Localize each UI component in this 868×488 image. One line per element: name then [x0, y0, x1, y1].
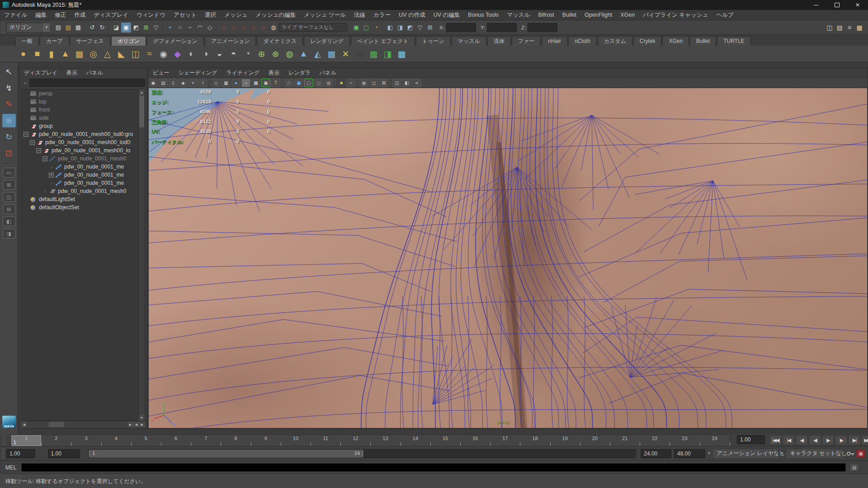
status-line-grip[interactable] — [1, 23, 5, 33]
layout-outliner-persp[interactable]: ◧ — [3, 216, 15, 226]
step-back-frame-button[interactable]: |◀ — [796, 435, 808, 445]
menu-item-19[interactable]: OpenFlight — [580, 10, 616, 20]
open-scene-icon[interactable]: ▨ — [63, 23, 73, 33]
bevel-icon[interactable]: ◭ — [311, 47, 325, 61]
outliner-row-0[interactable]: persp — [22, 89, 145, 98]
close-button[interactable]: ✕ — [847, 0, 868, 10]
outliner-menu-1[interactable]: 表示 — [62, 68, 82, 77]
outliner-vscrollbar[interactable]: ▲ ▼ — [138, 89, 145, 421]
shelf-tab-6[interactable]: ダイナミクス — [257, 36, 303, 46]
poly-torus-icon[interactable]: ◎ — [86, 47, 100, 61]
combine-icon[interactable]: ⊕ — [255, 47, 269, 61]
character-set-selector[interactable]: キャラクタ セットなし — [786, 449, 844, 459]
playback-start-field[interactable]: 1.00 — [48, 449, 80, 458]
menu-item-15[interactable]: Bonus Tools — [464, 10, 503, 20]
menu-item-5[interactable]: ウィンドウ — [132, 10, 170, 20]
shelf-tab-8[interactable]: ペイント エフェクト — [351, 36, 415, 46]
collapse-icon[interactable]: − — [24, 132, 28, 137]
range-slider-grip[interactable] — [1, 449, 5, 459]
outliner-row-9[interactable]: ○pdw_00_nude_0001_me — [22, 163, 145, 171]
go-to-next-key-button[interactable]: ▶| — [848, 435, 860, 445]
select-object-icon[interactable]: ▣ — [121, 23, 131, 33]
outliner-row-5[interactable]: −pdw_00_nude_0001_mesh00_lod0:gro — [22, 130, 145, 138]
layout-two-pane-side[interactable]: ◫ — [3, 192, 15, 202]
grid-toggle-icon[interactable]: ⊞ — [425, 23, 435, 33]
animation-layer-selector[interactable]: アニメーション レイヤなし — [712, 449, 778, 459]
tool-settings-icon[interactable]: ≡ — [844, 23, 854, 33]
quad-draw-icon[interactable]: ▩ — [367, 47, 381, 61]
chevron-down-icon[interactable]: ▼ — [780, 451, 784, 455]
shelf-tab-3[interactable]: ポリゴン — [111, 36, 146, 46]
poly-sphere-icon[interactable]: ● — [16, 47, 30, 61]
layout-single-pane[interactable]: ▭ — [3, 168, 15, 178]
outliner-row-7[interactable]: −pdw_00_nude_0001_mesh00_lo — [22, 146, 145, 155]
snap-curve-icon[interactable]: ∩ — [229, 23, 239, 33]
camera-attributes-icon[interactable]: ▤ — [159, 79, 168, 87]
channel-box-layer-editor-icon[interactable]: ▦ — [854, 23, 864, 33]
outliner-menu-0[interactable]: ディスプレイ — [19, 68, 62, 77]
playback-range[interactable]: 1 24 — [89, 450, 363, 458]
mask-joints-icon[interactable]: ○ — [175, 23, 185, 33]
clock-icon[interactable]: ◔ — [371, 23, 381, 33]
select-component-icon[interactable]: ◩ — [131, 23, 141, 33]
scroll-right-icon[interactable]: ▶ — [127, 422, 133, 427]
step-forward-frame-button[interactable]: ▶| — [835, 435, 847, 445]
filter-icon[interactable]: ▽ — [151, 23, 161, 33]
viewport-menu-3[interactable]: 表示 — [264, 68, 284, 77]
poly-soccer-ball-icon[interactable]: ◉ — [156, 47, 170, 61]
poly-prism-icon[interactable]: △ — [100, 47, 114, 61]
maximize-button[interactable] — [826, 0, 847, 10]
use-default-lighting-icon[interactable]: ● — [337, 79, 345, 87]
layout-hypergraph-persp[interactable]: ◨ — [3, 229, 15, 239]
save-scene-icon[interactable]: ▦ — [73, 23, 83, 33]
wireframe-on-shaded-icon[interactable]: ◻ — [314, 79, 323, 87]
animation-end-field[interactable]: 48.00 — [674, 449, 706, 458]
shelf-tab-9[interactable]: トゥーン — [416, 36, 451, 46]
current-time-field[interactable]: 1.00 — [737, 435, 765, 444]
outliner-row-6[interactable]: −pdw_00_nude_0001_mesh00_lod0: — [22, 138, 145, 146]
scroll-down-icon[interactable]: ▼ — [139, 415, 145, 421]
viewport-menu-0[interactable]: ビュー — [148, 68, 174, 77]
viewport-menu-5[interactable]: パネル — [315, 68, 341, 77]
outliner-search-input[interactable] — [29, 79, 145, 87]
range-start-handle[interactable] — [89, 450, 91, 457]
pin-right-icon[interactable]: ▶ — [139, 422, 145, 427]
poly-pyramid-icon[interactable]: ◣ — [114, 47, 128, 61]
menu-item-9[interactable]: メッシュの編集 — [251, 10, 300, 20]
outliner-row-2[interactable]: front — [22, 106, 145, 114]
menu-item-21[interactable]: パイプライン キャッシュ — [639, 10, 712, 20]
pin-left-icon[interactable]: ◀ — [133, 422, 139, 427]
command-line-language-label[interactable]: MEL — [5, 465, 17, 471]
viewport-menu-1[interactable]: シェーディング — [174, 68, 222, 77]
construction-history-off-icon[interactable]: ▢ — [361, 23, 371, 33]
menu-item-16[interactable]: マッスル — [503, 10, 534, 20]
sculpt-tool-icon[interactable]: ◐ — [184, 47, 198, 61]
symmetry-icon[interactable]: ▦ — [395, 47, 409, 61]
script-editor-icon[interactable]: ▤ — [849, 463, 859, 472]
snap-projected-center-icon[interactable]: ∩ — [249, 23, 259, 33]
outliner-menu-2[interactable]: パネル — [82, 68, 108, 77]
separate-icon[interactable]: ⊗ — [269, 47, 283, 61]
collapse-icon[interactable]: − — [42, 156, 47, 161]
platonic-solid-icon[interactable]: ◆ — [170, 47, 184, 61]
menu-item-17[interactable]: Bifrost — [534, 10, 558, 20]
move-tool[interactable]: ⊕ — [2, 114, 16, 127]
select-by-name-icon[interactable]: T — [271, 79, 280, 87]
field-chart-icon[interactable]: ⊞ — [379, 79, 388, 87]
shaded-mode-icon[interactable]: ▦ — [222, 79, 231, 87]
fog-icon[interactable]: ◍ — [359, 79, 368, 87]
layout-two-pane-stacked[interactable]: ⊟ — [3, 204, 15, 214]
shelf-tab-1[interactable]: カーブ — [40, 36, 69, 46]
shelf-tab-0[interactable]: 一般 — [15, 36, 39, 46]
minimize-button[interactable] — [806, 0, 826, 10]
undo-icon[interactable]: ↺ — [87, 23, 97, 33]
y-coord-input[interactable] — [487, 23, 517, 32]
menu-item-3[interactable]: 作成 — [70, 10, 90, 20]
lasso-tool[interactable]: ↯ — [2, 81, 16, 95]
viewport-3d-view[interactable]: 頂点:452800エッジ:1261900フェース:809600三角形:81220… — [149, 88, 867, 428]
share-view-icon[interactable]: ≺ — [412, 79, 421, 87]
rotate-tool[interactable]: ↻ — [2, 130, 16, 144]
outliner-hscrollbar[interactable]: ◀ ▶ ◀ ▶ — [21, 422, 145, 427]
attribute-editor-icon[interactable]: ▤ — [835, 23, 844, 33]
shelf-tab-16[interactable]: Crytek — [633, 36, 662, 46]
